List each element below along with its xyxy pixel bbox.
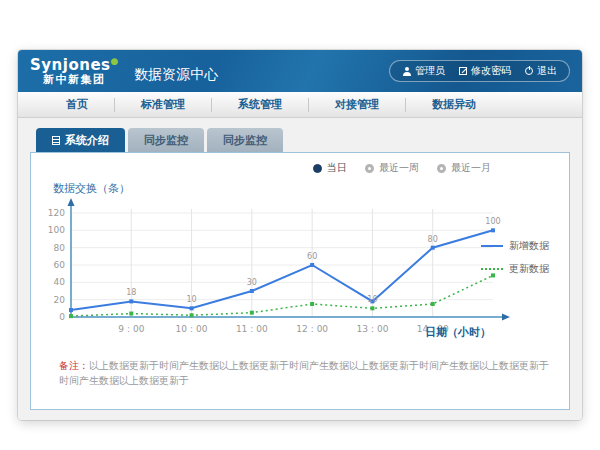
footnote-prefix: 备注： (59, 360, 89, 371)
svg-text:12：00: 12：00 (296, 324, 328, 334)
logo-text: Synjones (30, 56, 111, 74)
nav-item-home[interactable]: 首页 (40, 98, 115, 112)
svg-text:11：00: 11：00 (236, 324, 268, 334)
tab-system-intro[interactable]: 系统介绍 (36, 128, 125, 152)
logo-leaf-icon: ● (111, 56, 119, 66)
legend-item-new-data: 新增数据 (481, 239, 559, 253)
svg-text:10：00: 10：00 (176, 324, 208, 334)
tab-sync-monitor-2[interactable]: 同步监控 (207, 128, 283, 152)
svg-text:10: 10 (367, 295, 377, 304)
legend-item-update-data: 更新数据 (481, 262, 559, 276)
nav-item-interface-mgmt[interactable]: 对接管理 (309, 98, 406, 112)
svg-text:120: 120 (48, 208, 65, 218)
solid-line-icon (481, 245, 503, 247)
logout-button[interactable]: 退出 (525, 64, 557, 78)
radio-selected-icon (313, 164, 322, 173)
power-icon (525, 67, 533, 75)
nav-item-standard-mgmt[interactable]: 标准管理 (115, 98, 212, 112)
svg-text:30: 30 (247, 278, 257, 287)
period-filter-group: 当日 最近一周 最近一月 (313, 161, 491, 175)
radio-unselected-icon (437, 164, 446, 173)
footnote-text: 以上数据更新于时间产生数据以上数据更新于时间产生数据以上数据更新于时间产生数据以… (59, 360, 549, 386)
person-icon (402, 67, 411, 76)
document-icon (52, 136, 60, 145)
svg-text:40: 40 (54, 277, 66, 287)
y-axis-title: 数据交换（条） (53, 181, 130, 196)
svg-text:18: 18 (126, 288, 136, 297)
svg-text:0: 0 (59, 312, 65, 322)
svg-text:9：00: 9：00 (118, 324, 144, 334)
radio-last-week[interactable]: 最近一周 (365, 161, 419, 175)
tab-bar: 系统介绍 同步监控 同步监控 (36, 128, 570, 152)
chart-panel: 当日 最近一周 最近一月 数据交换（条） 0204060801001209：00… (30, 152, 570, 410)
svg-text:80: 80 (54, 243, 66, 253)
header: Synjones● 新中新集团 数据资源中心 管理员 修改密码 退出 (18, 50, 582, 92)
main-nav: 首页 标准管理 系统管理 对接管理 数据异动 (18, 92, 582, 118)
change-password-button[interactable]: 修改密码 (459, 64, 511, 78)
edit-icon (459, 67, 467, 75)
svg-text:10: 10 (186, 295, 196, 304)
svg-text:13：00: 13：00 (356, 324, 388, 334)
company-logo: Synjones● 新中新集团 (30, 57, 118, 85)
radio-today[interactable]: 当日 (313, 161, 347, 175)
radio-last-month[interactable]: 最近一月 (437, 161, 491, 175)
radio-unselected-icon (365, 164, 374, 173)
svg-text:60: 60 (307, 252, 317, 261)
footnote: 备注：以上数据更新于时间产生数据以上数据更新于时间产生数据以上数据更新于时间产生… (59, 358, 553, 388)
nav-item-data-change[interactable]: 数据异动 (406, 98, 502, 112)
user-name[interactable]: 管理员 (402, 64, 445, 78)
dotted-line-icon (481, 268, 503, 270)
chart-legend: 新增数据 更新数据 (481, 239, 559, 285)
user-menu: 管理员 修改密码 退出 (389, 60, 570, 82)
svg-text:100: 100 (485, 217, 500, 226)
svg-text:60: 60 (54, 260, 66, 270)
page-title: 数据资源中心 (134, 66, 218, 84)
svg-text:100: 100 (48, 225, 65, 235)
logo-subtitle: 新中新集团 (30, 74, 118, 86)
tab-sync-monitor-1[interactable]: 同步监控 (128, 128, 204, 152)
x-axis-title: 日期（小时） (425, 325, 491, 340)
app-window: Synjones● 新中新集团 数据资源中心 管理员 修改密码 退出 首页 标准… (18, 50, 582, 420)
nav-item-system-mgmt[interactable]: 系统管理 (212, 98, 309, 112)
svg-text:80: 80 (428, 235, 438, 244)
svg-text:20: 20 (54, 295, 66, 305)
content-area: 系统介绍 同步监控 同步监控 当日 最近一周 (18, 118, 582, 420)
